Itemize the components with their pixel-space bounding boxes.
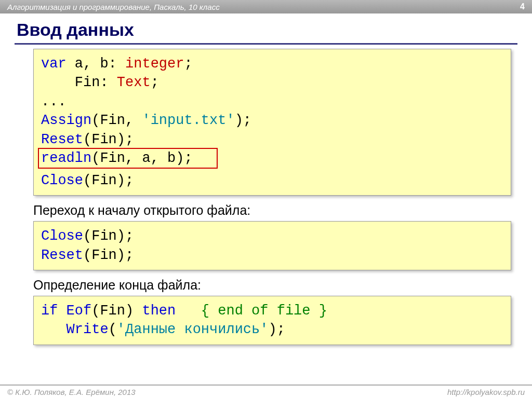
code-token: Eof [66, 303, 92, 319]
breadcrumb: Алгоритмизация и программирование, Паска… [7, 3, 220, 11]
code-token: Text [117, 75, 151, 90]
code-token: (Fin, [91, 113, 142, 128]
description-2: Определение конца файла: [33, 278, 517, 293]
code-token: ; [184, 56, 192, 72]
code-block-3: if Eof(Fin) then { end of file } Write('… [33, 296, 511, 345]
code-token: if [41, 303, 58, 319]
code-token: (Fin); [83, 132, 134, 147]
code-block-2: Close(Fin); Reset(Fin); [33, 221, 511, 270]
page-number: 4 [520, 2, 525, 11]
code-token [41, 322, 66, 337]
code-token [176, 303, 201, 319]
footer-url: http://kpolyakov.spb.ru [447, 388, 525, 396]
code-token: Reset [41, 248, 83, 263]
code-token: ; [151, 75, 159, 90]
slide-content: Ввод данных var a, b: integer; Fin: Text… [0, 13, 532, 345]
code-token: 'input.txt' [142, 113, 234, 128]
code-token: a, b: [66, 56, 125, 72]
slide-header: Алгоритмизация и программирование, Паска… [0, 0, 532, 13]
code-token: Assign [41, 113, 91, 128]
code-token: (Fin); [83, 248, 134, 263]
code-token: Close [41, 228, 83, 244]
code-token: 'Данные кончились' [117, 322, 269, 337]
code-token: (Fin); [83, 173, 134, 188]
code-token: (Fin, a, b); [91, 150, 192, 166]
code-token: ); [235, 113, 251, 128]
code-token: integer [125, 56, 184, 72]
code-token: Reset [41, 132, 83, 147]
code-block-1: var a, b: integer; Fin: Text; ... Assign… [33, 49, 511, 196]
code-token [58, 303, 66, 319]
code-token: ( [109, 322, 117, 337]
code-token: ... [41, 94, 66, 109]
code-token: ); [268, 322, 285, 337]
page-title: Ввод данных [15, 19, 517, 45]
code-token: (Fin) [91, 303, 142, 319]
code-token: (Fin); [83, 228, 134, 244]
code-token: readln [41, 150, 91, 166]
code-token: Fin: [41, 75, 117, 90]
code-token: Close [41, 173, 83, 188]
copyright: © К.Ю. Поляков, Е.А. Ерёмин, 2013 [7, 388, 136, 396]
slide-footer: © К.Ю. Поляков, Е.А. Ерёмин, 2013 http:/… [0, 385, 532, 398]
code-token: then [142, 303, 176, 319]
code-token: var [41, 56, 66, 72]
description-1: Переход к началу открытого файла: [33, 203, 517, 218]
code-token: { end of file } [201, 303, 327, 319]
code-token: Write [66, 322, 109, 337]
